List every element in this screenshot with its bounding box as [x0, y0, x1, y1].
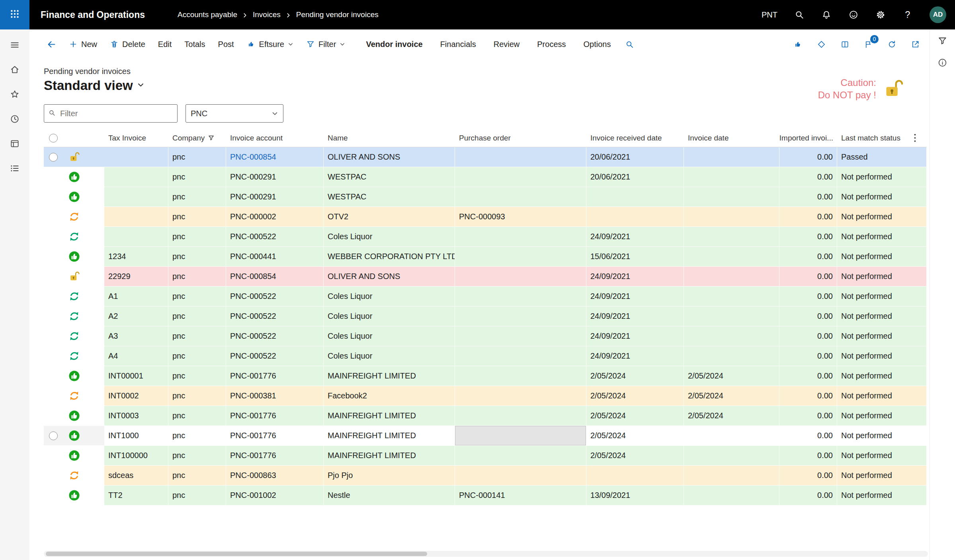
hamburger-menu-icon[interactable] [10, 40, 20, 50]
row-select-checkbox[interactable] [49, 153, 58, 162]
column-header-company[interactable]: Company [168, 129, 226, 147]
tab-review[interactable]: Review [494, 40, 520, 49]
open-in-new-window-icon[interactable] [911, 40, 920, 49]
cell-invoice-account[interactable]: PNC-001002 [226, 486, 324, 505]
table-row[interactable]: A1 pnc PNC-000522 Coles Liquor 24/09/202… [44, 287, 927, 306]
cell-invoice-account[interactable]: PNC-000381 [226, 386, 324, 406]
cell-invoice-received-date: 24/09/2021 [586, 326, 684, 346]
eftsure-menu-button[interactable]: Eftsure [247, 40, 293, 49]
column-header-invoice-date[interactable]: Invoice date [684, 129, 779, 147]
cell-invoice-account[interactable]: PNC-000441 [226, 247, 324, 266]
cell-invoice-account[interactable]: PNC-000522 [226, 287, 324, 306]
filter-menu-button[interactable]: Filter [306, 40, 345, 49]
table-row[interactable]: INT0003 pnc PNC-001776 MAINFREIGHT LIMIT… [44, 406, 927, 426]
workspaces-icon[interactable] [10, 139, 20, 149]
table-row[interactable]: INT0002 pnc PNC-000381 Facebook2 2/05/20… [44, 386, 927, 406]
tab-financials[interactable]: Financials [440, 40, 476, 49]
column-header-imported-invoice[interactable]: Imported invoi... [779, 129, 837, 147]
company-filter-dropdown[interactable]: PNC [186, 104, 283, 123]
table-row[interactable]: TT2 pnc PNC-001002 Nestle PNC-000141 13/… [44, 486, 927, 505]
table-row[interactable]: INT1000 pnc PNC-001776 MAINFREIGHT LIMIT… [44, 426, 927, 446]
avatar[interactable]: AD [930, 6, 946, 23]
cell-invoice-account[interactable]: PNC-001776 [226, 366, 324, 386]
table-row[interactable]: pnc PNC-000291 WESTPAC 0.00 Not performe… [44, 187, 927, 207]
view-selector[interactable]: Standard view [44, 78, 145, 93]
filter-pane-icon[interactable] [937, 36, 947, 46]
scrollbar-thumb[interactable] [46, 552, 427, 556]
table-row[interactable]: INT100000 pnc PNC-001776 MAINFREIGHT LIM… [44, 446, 927, 466]
row-select-checkbox[interactable] [49, 431, 58, 440]
app-launcher-button[interactable] [0, 0, 29, 29]
cell-invoice-account[interactable]: PNC-000291 [226, 187, 324, 207]
cell-invoice-account[interactable]: PNC-000854 [226, 147, 324, 167]
new-button[interactable]: New [69, 40, 97, 49]
column-header-invoice-received-date[interactable]: Invoice received date [586, 129, 684, 147]
bell-icon[interactable] [821, 10, 832, 20]
cell-invoice-account[interactable]: PNC-000291 [226, 167, 324, 187]
totals-button[interactable]: Totals [184, 40, 205, 49]
cell-invoice-account[interactable]: PNC-001776 [226, 426, 324, 445]
post-button[interactable]: Post [218, 40, 234, 49]
table-row[interactable]: A2 pnc PNC-000522 Coles Liquor 24/09/202… [44, 306, 927, 326]
home-icon[interactable] [10, 64, 20, 75]
side-panel-icon[interactable] [840, 40, 850, 49]
modules-list-icon[interactable] [10, 163, 20, 174]
breadcrumb-accounts-payable[interactable]: Accounts payable [178, 10, 237, 19]
column-header-name[interactable]: Name [324, 129, 455, 147]
cell-invoice-account[interactable]: PNC-000002 [226, 207, 324, 226]
horizontal-scrollbar[interactable] [44, 551, 928, 557]
back-arrow-icon[interactable] [46, 39, 57, 50]
gear-icon[interactable] [875, 10, 886, 20]
column-header-invoice-account[interactable]: Invoice account [226, 129, 324, 147]
row-spacer [85, 207, 104, 226]
favorites-star-icon[interactable] [10, 89, 20, 100]
action-search-icon[interactable] [625, 40, 634, 49]
cell-invoice-account[interactable]: PNC-000522 [226, 346, 324, 366]
delete-button[interactable]: Delete [110, 40, 145, 49]
cell-invoice-account[interactable]: PNC-000863 [226, 466, 324, 485]
cell-invoice-account[interactable]: PNC-000854 [226, 267, 324, 286]
table-row[interactable]: pnc PNC-000522 Coles Liquor 24/09/2021 0… [44, 227, 927, 247]
table-row[interactable]: pnc PNC-000854 OLIVER AND SONS 20/06/202… [44, 147, 927, 167]
quick-filter-input[interactable] [59, 109, 173, 119]
cell-invoice-received-date: 24/09/2021 [586, 287, 684, 306]
cell-invoice-account[interactable]: PNC-001776 [226, 406, 324, 425]
cell-invoice-account[interactable]: PNC-000522 [226, 306, 324, 326]
table-row[interactable]: A3 pnc PNC-000522 Coles Liquor 24/09/202… [44, 326, 927, 346]
cell-invoice-account[interactable]: PNC-000522 [226, 326, 324, 346]
select-all-checkbox[interactable] [49, 134, 58, 142]
cell-invoice-account[interactable]: PNC-001776 [226, 446, 324, 465]
tab-process[interactable]: Process [537, 40, 566, 49]
cell-tax-invoice: sdceas [104, 466, 168, 485]
refresh-icon[interactable] [887, 40, 896, 49]
row-spacer [85, 306, 104, 326]
edit-button[interactable]: Edit [158, 40, 172, 49]
info-icon[interactable] [937, 58, 947, 68]
table-row[interactable]: INT00001 pnc PNC-001776 MAINFREIGHT LIMI… [44, 366, 927, 386]
smiley-feedback-icon[interactable] [848, 10, 859, 20]
table-row[interactable]: 1234 pnc PNC-000441 WEBBER CORPORATION P… [44, 247, 927, 267]
cell-imported-invoice-amount: 0.00 [779, 247, 837, 266]
notifications-flag-icon[interactable]: 0 [864, 40, 873, 49]
table-row[interactable]: pnc PNC-000002 OTV2 PNC-000093 0.00 Not … [44, 207, 927, 227]
post-button-label: Post [218, 40, 234, 49]
breadcrumb-invoices[interactable]: Invoices [253, 10, 281, 19]
help-icon[interactable]: ? [902, 10, 913, 20]
search-icon[interactable] [794, 10, 805, 20]
column-header-tax-invoice[interactable]: Tax Invoice [104, 129, 168, 147]
table-row[interactable]: 22929 pnc PNC-000854 OLIVER AND SONS 24/… [44, 267, 927, 287]
tab-vendor-invoice[interactable]: Vendor invoice [366, 40, 422, 49]
cell-invoice-date [684, 326, 779, 346]
table-row[interactable]: pnc PNC-000291 WESTPAC 20/06/2021 0.00 N… [44, 167, 927, 187]
tab-options[interactable]: Options [584, 40, 611, 49]
task-recorder-diamond-icon[interactable] [817, 40, 826, 49]
table-row[interactable]: A4 pnc PNC-000522 Coles Liquor 24/09/202… [44, 346, 927, 366]
column-options-icon[interactable] [914, 133, 916, 144]
recent-clock-icon[interactable] [10, 114, 20, 124]
column-header-purchase-order[interactable]: Purchase order [455, 129, 586, 147]
table-row[interactable]: sdceas pnc PNC-000863 Pjo Pjo 0.00 Not p… [44, 466, 927, 486]
cell-invoice-account[interactable]: PNC-000522 [226, 227, 324, 246]
cell-name: Nestle [324, 486, 455, 505]
row-select-cell [44, 366, 63, 386]
feedback-thumbs-icon[interactable] [793, 40, 803, 49]
